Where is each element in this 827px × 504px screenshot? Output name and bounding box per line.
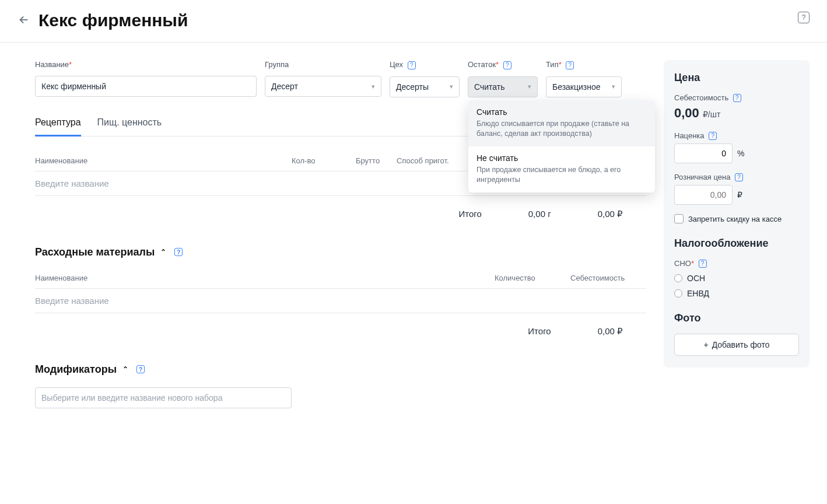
- help-icon[interactable]: ?: [733, 94, 741, 102]
- recipe-total-cost: 0,00 ₽: [598, 209, 623, 219]
- retail-input[interactable]: [674, 185, 733, 205]
- chevron-down-icon: ▾: [372, 83, 375, 90]
- option-title: Не считать: [476, 153, 647, 163]
- help-icon[interactable]: ?: [566, 61, 574, 69]
- sno-radio-osn[interactable]: [674, 274, 682, 282]
- sno-label: СНО* ?: [674, 259, 799, 268]
- sno-option-envd: ЕНВД: [687, 289, 709, 298]
- back-arrow-icon[interactable]: [17, 13, 30, 28]
- name-label: Название*: [35, 60, 257, 69]
- sno-radio-envd[interactable]: [674, 289, 682, 298]
- col-cost: Себестоимость: [570, 274, 646, 282]
- group-label: Группа: [265, 60, 381, 69]
- collapse-icon[interactable]: ⌃: [160, 248, 166, 256]
- modifier-input[interactable]: [35, 387, 292, 408]
- help-icon[interactable]: ?: [136, 365, 145, 373]
- option-desc: Блюдо списывается при продаже (ставьте н…: [476, 119, 647, 139]
- col-name: Наименование: [35, 274, 495, 282]
- shop-label: Цех ?: [390, 60, 460, 69]
- type-value: Безакцизное: [552, 82, 601, 92]
- help-icon[interactable]: ?: [174, 248, 183, 256]
- type-select[interactable]: Безакцизное ▾: [546, 76, 622, 97]
- photo-heading: Фото: [674, 312, 799, 324]
- col-name: Наименование: [35, 156, 292, 165]
- stock-option-count[interactable]: Считать Блюдо списывается при продаже (с…: [468, 100, 655, 146]
- stock-dropdown: Считать Блюдо списывается при продаже (с…: [468, 100, 655, 192]
- option-title: Считать: [476, 107, 647, 117]
- recipe-total-label: Итого: [458, 209, 481, 219]
- col-gross: Брутто: [356, 156, 397, 165]
- col-method: Способ пригот.: [397, 156, 472, 165]
- add-photo-button[interactable]: + Добавить фото: [674, 334, 799, 356]
- type-label: Тип* ?: [546, 60, 622, 69]
- cost-value: 0,00: [674, 106, 699, 121]
- forbid-discount-label: Запретить скидку на кассе: [688, 215, 782, 223]
- sno-option-osn: ОСН: [687, 274, 705, 283]
- name-input[interactable]: [35, 76, 257, 97]
- consum-total-label: Итого: [528, 326, 551, 337]
- consumables-title: Расходные материалы: [35, 246, 155, 258]
- page-title: Кекс фирменный: [38, 10, 188, 30]
- tab-nutrition[interactable]: Пищ. ценность: [97, 117, 162, 136]
- cost-label: Себестоимость ?: [674, 93, 799, 102]
- plus-icon: +: [704, 340, 709, 349]
- markup-label: Наценка ?: [674, 131, 799, 140]
- markup-unit: %: [737, 149, 744, 158]
- collapse-icon[interactable]: ⌃: [122, 365, 128, 373]
- retail-unit: ₽: [737, 190, 742, 200]
- stock-option-nocount[interactable]: Не считать При продаже списывается не бл…: [468, 146, 655, 192]
- col-qty: Кол-во: [292, 156, 356, 165]
- stock-value: Считать: [474, 82, 505, 92]
- shop-value: Десерты: [396, 82, 429, 92]
- help-icon[interactable]: ?: [709, 132, 717, 140]
- stock-label: Остаток* ?: [468, 60, 538, 69]
- group-value: Десерт: [271, 82, 298, 91]
- option-desc: При продаже списывается не блюдо, а его …: [476, 165, 647, 186]
- chevron-down-icon: ▾: [612, 83, 615, 90]
- modifiers-title: Модификаторы: [35, 363, 117, 376]
- chevron-down-icon: ▾: [450, 83, 453, 90]
- tab-recipe[interactable]: Рецептура: [35, 117, 81, 136]
- help-icon[interactable]: ?: [408, 61, 416, 69]
- col-qty: Количество: [495, 274, 570, 282]
- forbid-discount-checkbox[interactable]: [674, 214, 684, 223]
- consum-total-cost: 0,00 ₽: [598, 326, 623, 337]
- add-photo-label: Добавить фото: [712, 340, 770, 349]
- help-icon[interactable]: ?: [798, 12, 810, 23]
- cost-unit: ₽/шт: [703, 110, 721, 119]
- help-icon[interactable]: ?: [503, 61, 511, 69]
- retail-label: Розничная цена ?: [674, 173, 799, 181]
- help-icon[interactable]: ?: [735, 173, 743, 181]
- price-heading: Цена: [674, 72, 799, 84]
- chevron-down-icon: ▾: [528, 83, 531, 90]
- group-select[interactable]: Десерт ▾: [265, 76, 381, 97]
- help-icon[interactable]: ?: [699, 260, 707, 268]
- markup-input[interactable]: [674, 144, 733, 163]
- recipe-total-weight: 0,00 г: [528, 209, 551, 219]
- consumable-name-input[interactable]: [35, 296, 646, 306]
- tax-heading: Налогообложение: [674, 237, 799, 250]
- stock-select[interactable]: Считать ▾ Считать Блюдо списывается при …: [468, 76, 538, 97]
- shop-select[interactable]: Десерты ▾: [390, 76, 460, 97]
